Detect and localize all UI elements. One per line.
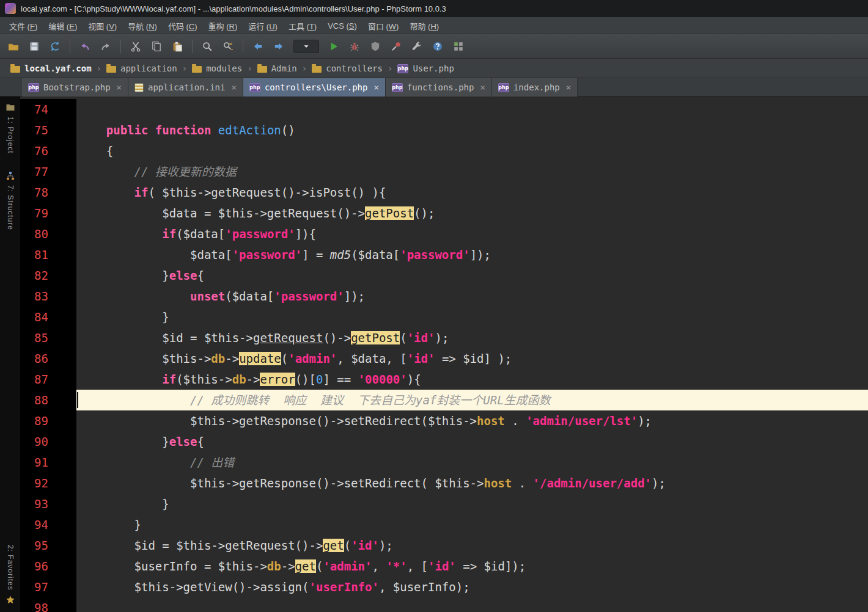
close-tab-icon[interactable]: × [373, 82, 378, 92]
line-number[interactable]: 94 [20, 514, 76, 535]
menu-item-r[interactable]: 重构 (R) [203, 17, 243, 34]
close-tab-icon[interactable]: × [480, 82, 485, 92]
breadcrumb-item-local.yaf.com[interactable]: local.yaf.com [6, 62, 96, 75]
paste-button[interactable] [167, 38, 187, 55]
redo-button[interactable] [96, 38, 116, 55]
code-line-76[interactable]: 76 { [20, 140, 868, 161]
code-line-93[interactable]: 93 } [20, 494, 868, 514]
attach-debugger-button[interactable] [386, 38, 406, 55]
code-line-88[interactable]: 88 // 成功则跳转 响应 建议 下去自己为yaf封装一个URL生成函数 [20, 390, 868, 410]
menu-item-f[interactable]: 文件 (F) [4, 17, 43, 34]
code-line-96[interactable]: 96 $userInfo = $this->db->get('admin', '… [20, 556, 868, 577]
breadcrumb-item-modules[interactable]: modules [188, 62, 246, 75]
save-button[interactable] [24, 38, 44, 55]
code-line-98[interactable]: 98 [20, 597, 868, 612]
menu-item-s[interactable]: VCS (S) [322, 17, 362, 34]
undo-button[interactable] [75, 38, 95, 55]
line-number[interactable]: 81 [20, 244, 76, 265]
code-line-82[interactable]: 82 }else{ [20, 265, 868, 286]
code-editor[interactable]: 7475 public function edtAction()76 {77 /… [20, 97, 868, 612]
line-number[interactable]: 75 [20, 120, 76, 140]
close-tab-icon[interactable]: × [566, 82, 571, 92]
code-line-91[interactable]: 91 // 出错 [20, 452, 868, 473]
code-line-79[interactable]: 79 $data = $this->getRequest()->getPost(… [20, 203, 868, 224]
menu-item-v[interactable]: 视图 (V) [83, 17, 122, 34]
line-number[interactable]: 92 [20, 473, 76, 494]
line-number[interactable]: 85 [20, 327, 76, 348]
line-number[interactable]: 98 [20, 597, 76, 612]
tab-controllers-user.php[interactable]: phpcontrollers\User.php× [243, 78, 386, 97]
line-number[interactable]: 83 [20, 286, 76, 307]
code-line-81[interactable]: 81 $data['password'] = md5($data['passwo… [20, 244, 868, 265]
code-line-83[interactable]: 83 unset($data['password']); [20, 286, 868, 307]
menu-item-n[interactable]: 导航 (N) [122, 17, 163, 34]
code-line-74[interactable]: 74 [20, 99, 868, 120]
code-line-87[interactable]: 87 if($this->db->error()[0] == '00000'){ [20, 369, 868, 390]
line-number[interactable]: 76 [20, 140, 76, 161]
line-number[interactable]: 79 [20, 203, 76, 224]
menu-item-u[interactable]: 运行 (U) [243, 17, 283, 34]
code-line-89[interactable]: 89 $this->getResponse()->setRedirect($th… [20, 410, 868, 431]
tool-window-project[interactable]: 1: Project [6, 103, 15, 154]
line-number[interactable]: 91 [20, 452, 76, 473]
code-line-78[interactable]: 78 if( $this->getRequest()->isPost() ){ [20, 182, 868, 203]
code-line-97[interactable]: 97 $this->getView()->assign('userInfo', … [20, 577, 868, 597]
tab-bootstrap.php[interactable]: phpBootstrap.php× [22, 78, 128, 97]
code-line-80[interactable]: 80 if($data['password']){ [20, 224, 868, 244]
breadcrumb-item-controllers[interactable]: controllers [307, 62, 387, 75]
line-number[interactable]: 82 [20, 265, 76, 286]
menu-item-w[interactable]: 窗口 (W) [362, 17, 405, 34]
close-tab-icon[interactable]: × [231, 82, 236, 92]
open-file-button[interactable] [4, 38, 23, 55]
run-configuration-dropdown[interactable] [293, 40, 319, 53]
code-line-77[interactable]: 77 // 接收更新的数据 [20, 161, 868, 182]
coverage-button[interactable] [366, 38, 385, 55]
tab-application.ini[interactable]: application.ini× [128, 78, 243, 97]
line-number[interactable]: 87 [20, 369, 76, 390]
line-number[interactable]: 80 [20, 224, 76, 244]
code-line-75[interactable]: 75 public function edtAction() [20, 120, 868, 140]
line-number[interactable]: 86 [20, 348, 76, 369]
line-number[interactable]: 97 [20, 577, 76, 597]
line-number[interactable]: 78 [20, 182, 76, 203]
synchronize-button[interactable] [45, 38, 65, 55]
help-button[interactable] [428, 38, 447, 55]
replace-button[interactable] [218, 38, 238, 55]
code-line-90[interactable]: 90 }else{ [20, 431, 868, 452]
line-number[interactable]: 89 [20, 410, 76, 431]
project-structure-button[interactable] [449, 38, 468, 55]
tool-window-favorites[interactable]: 2: Favorites [6, 545, 15, 605]
menu-item-h[interactable]: 帮助 (H) [404, 17, 444, 34]
navigate-forward-button[interactable] [269, 38, 289, 55]
line-number[interactable]: 95 [20, 535, 76, 556]
line-number[interactable]: 93 [20, 494, 76, 514]
code-line-86[interactable]: 86 $this->db->update('admin', $data, ['i… [20, 348, 868, 369]
find-button[interactable] [197, 38, 217, 55]
navigate-back-button[interactable] [248, 38, 268, 55]
code-line-84[interactable]: 84 } [20, 307, 868, 327]
cut-button[interactable] [126, 38, 145, 55]
code-line-95[interactable]: 95 $id = $this->getRequest()->get('id'); [20, 535, 868, 556]
code-line-94[interactable]: 94 } [20, 514, 868, 535]
debug-button[interactable] [345, 38, 364, 55]
line-number[interactable]: 74 [20, 99, 76, 120]
line-number[interactable]: 96 [20, 556, 76, 577]
breadcrumb-item-admin[interactable]: Admin [253, 62, 301, 75]
code-line-92[interactable]: 92 $this->getResponse()->setRedirect( $t… [20, 473, 868, 494]
line-number[interactable]: 84 [20, 307, 76, 327]
copy-button[interactable] [147, 38, 166, 55]
tool-window-structure[interactable]: 7: Structure [6, 171, 15, 230]
tab-index.php[interactable]: phpindex.php× [492, 78, 578, 97]
code-line-85[interactable]: 85 $id = $this->getRequest()->getPost('i… [20, 327, 868, 348]
menu-item-c[interactable]: 代码 (C) [163, 17, 203, 34]
close-tab-icon[interactable]: × [117, 82, 122, 92]
tab-functions.php[interactable]: phpfunctions.php× [386, 78, 492, 97]
line-number[interactable]: 88 [20, 390, 76, 410]
breadcrumb-item-application[interactable]: application [102, 62, 182, 75]
line-number[interactable]: 90 [20, 431, 76, 452]
breadcrumb-item-user.php[interactable]: phpUser.php [393, 62, 458, 75]
line-number[interactable]: 77 [20, 161, 76, 182]
menu-item-e[interactable]: 编辑 (E) [43, 17, 83, 34]
menu-item-t[interactable]: 工具 (T) [283, 17, 322, 34]
settings-button[interactable] [407, 38, 427, 55]
